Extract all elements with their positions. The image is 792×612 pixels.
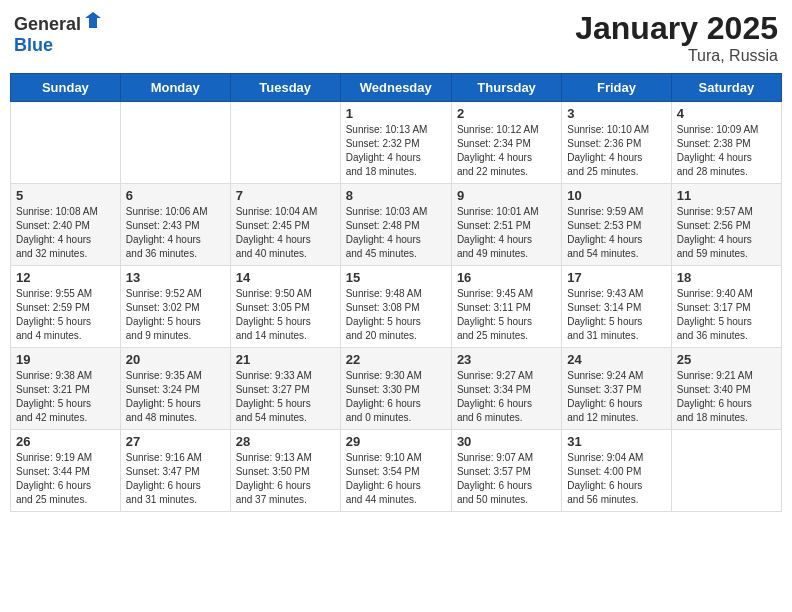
calendar-cell: 5Sunrise: 10:08 AM Sunset: 2:40 PM Dayli…	[11, 184, 121, 266]
weekday-header-saturday: Saturday	[671, 74, 781, 102]
calendar-cell: 22Sunrise: 9:30 AM Sunset: 3:30 PM Dayli…	[340, 348, 451, 430]
calendar-cell: 14Sunrise: 9:50 AM Sunset: 3:05 PM Dayli…	[230, 266, 340, 348]
day-info: Sunrise: 10:01 AM Sunset: 2:51 PM Daylig…	[457, 205, 556, 261]
day-number: 11	[677, 188, 776, 203]
day-number: 16	[457, 270, 556, 285]
logo-text: General Blue	[14, 10, 103, 56]
weekday-header-friday: Friday	[562, 74, 671, 102]
day-info: Sunrise: 9:52 AM Sunset: 3:02 PM Dayligh…	[126, 287, 225, 343]
day-number: 23	[457, 352, 556, 367]
day-number: 24	[567, 352, 665, 367]
weekday-header-thursday: Thursday	[451, 74, 561, 102]
day-info: Sunrise: 9:13 AM Sunset: 3:50 PM Dayligh…	[236, 451, 335, 507]
calendar-cell: 4Sunrise: 10:09 AM Sunset: 2:38 PM Dayli…	[671, 102, 781, 184]
day-info: Sunrise: 10:12 AM Sunset: 2:34 PM Daylig…	[457, 123, 556, 179]
day-number: 17	[567, 270, 665, 285]
day-info: Sunrise: 9:59 AM Sunset: 2:53 PM Dayligh…	[567, 205, 665, 261]
day-info: Sunrise: 9:27 AM Sunset: 3:34 PM Dayligh…	[457, 369, 556, 425]
day-number: 8	[346, 188, 446, 203]
calendar-cell: 1Sunrise: 10:13 AM Sunset: 2:32 PM Dayli…	[340, 102, 451, 184]
calendar-cell: 7Sunrise: 10:04 AM Sunset: 2:45 PM Dayli…	[230, 184, 340, 266]
calendar-cell: 15Sunrise: 9:48 AM Sunset: 3:08 PM Dayli…	[340, 266, 451, 348]
day-info: Sunrise: 9:33 AM Sunset: 3:27 PM Dayligh…	[236, 369, 335, 425]
calendar-cell: 30Sunrise: 9:07 AM Sunset: 3:57 PM Dayli…	[451, 430, 561, 512]
calendar-cell: 27Sunrise: 9:16 AM Sunset: 3:47 PM Dayli…	[120, 430, 230, 512]
day-number: 7	[236, 188, 335, 203]
day-number: 14	[236, 270, 335, 285]
calendar-cell	[230, 102, 340, 184]
logo-general: General	[14, 14, 81, 34]
day-info: Sunrise: 9:55 AM Sunset: 2:59 PM Dayligh…	[16, 287, 115, 343]
calendar-cell: 28Sunrise: 9:13 AM Sunset: 3:50 PM Dayli…	[230, 430, 340, 512]
calendar-week-row: 12Sunrise: 9:55 AM Sunset: 2:59 PM Dayli…	[11, 266, 782, 348]
calendar-week-row: 19Sunrise: 9:38 AM Sunset: 3:21 PM Dayli…	[11, 348, 782, 430]
day-number: 30	[457, 434, 556, 449]
day-info: Sunrise: 9:30 AM Sunset: 3:30 PM Dayligh…	[346, 369, 446, 425]
calendar-week-row: 1Sunrise: 10:13 AM Sunset: 2:32 PM Dayli…	[11, 102, 782, 184]
calendar-cell: 9Sunrise: 10:01 AM Sunset: 2:51 PM Dayli…	[451, 184, 561, 266]
day-info: Sunrise: 10:06 AM Sunset: 2:43 PM Daylig…	[126, 205, 225, 261]
day-number: 26	[16, 434, 115, 449]
weekday-header-wednesday: Wednesday	[340, 74, 451, 102]
day-number: 6	[126, 188, 225, 203]
calendar-cell: 18Sunrise: 9:40 AM Sunset: 3:17 PM Dayli…	[671, 266, 781, 348]
calendar-cell: 21Sunrise: 9:33 AM Sunset: 3:27 PM Dayli…	[230, 348, 340, 430]
page-header: General Blue January 2025 Tura, Russia	[10, 10, 782, 65]
day-info: Sunrise: 9:43 AM Sunset: 3:14 PM Dayligh…	[567, 287, 665, 343]
day-info: Sunrise: 9:45 AM Sunset: 3:11 PM Dayligh…	[457, 287, 556, 343]
calendar-cell: 6Sunrise: 10:06 AM Sunset: 2:43 PM Dayli…	[120, 184, 230, 266]
calendar-cell: 11Sunrise: 9:57 AM Sunset: 2:56 PM Dayli…	[671, 184, 781, 266]
day-number: 3	[567, 106, 665, 121]
calendar-cell: 24Sunrise: 9:24 AM Sunset: 3:37 PM Dayli…	[562, 348, 671, 430]
calendar-cell	[11, 102, 121, 184]
day-number: 4	[677, 106, 776, 121]
logo-flag-icon	[83, 10, 103, 30]
day-number: 2	[457, 106, 556, 121]
svg-marker-0	[85, 12, 101, 28]
day-info: Sunrise: 10:09 AM Sunset: 2:38 PM Daylig…	[677, 123, 776, 179]
calendar-week-row: 5Sunrise: 10:08 AM Sunset: 2:40 PM Dayli…	[11, 184, 782, 266]
calendar-cell: 31Sunrise: 9:04 AM Sunset: 4:00 PM Dayli…	[562, 430, 671, 512]
calendar-cell: 20Sunrise: 9:35 AM Sunset: 3:24 PM Dayli…	[120, 348, 230, 430]
day-info: Sunrise: 9:40 AM Sunset: 3:17 PM Dayligh…	[677, 287, 776, 343]
calendar-cell: 19Sunrise: 9:38 AM Sunset: 3:21 PM Dayli…	[11, 348, 121, 430]
day-number: 19	[16, 352, 115, 367]
day-number: 21	[236, 352, 335, 367]
day-info: Sunrise: 9:04 AM Sunset: 4:00 PM Dayligh…	[567, 451, 665, 507]
weekday-header-sunday: Sunday	[11, 74, 121, 102]
day-number: 10	[567, 188, 665, 203]
day-info: Sunrise: 9:24 AM Sunset: 3:37 PM Dayligh…	[567, 369, 665, 425]
day-info: Sunrise: 9:57 AM Sunset: 2:56 PM Dayligh…	[677, 205, 776, 261]
day-info: Sunrise: 9:38 AM Sunset: 3:21 PM Dayligh…	[16, 369, 115, 425]
day-number: 29	[346, 434, 446, 449]
title-block: January 2025 Tura, Russia	[575, 10, 778, 65]
day-info: Sunrise: 9:35 AM Sunset: 3:24 PM Dayligh…	[126, 369, 225, 425]
calendar-cell: 8Sunrise: 10:03 AM Sunset: 2:48 PM Dayli…	[340, 184, 451, 266]
calendar-table: SundayMondayTuesdayWednesdayThursdayFrid…	[10, 73, 782, 512]
day-number: 5	[16, 188, 115, 203]
calendar-cell: 10Sunrise: 9:59 AM Sunset: 2:53 PM Dayli…	[562, 184, 671, 266]
day-info: Sunrise: 10:08 AM Sunset: 2:40 PM Daylig…	[16, 205, 115, 261]
day-info: Sunrise: 9:16 AM Sunset: 3:47 PM Dayligh…	[126, 451, 225, 507]
day-number: 12	[16, 270, 115, 285]
calendar-cell: 2Sunrise: 10:12 AM Sunset: 2:34 PM Dayli…	[451, 102, 561, 184]
day-number: 28	[236, 434, 335, 449]
calendar-cell	[671, 430, 781, 512]
calendar-cell: 12Sunrise: 9:55 AM Sunset: 2:59 PM Dayli…	[11, 266, 121, 348]
day-number: 27	[126, 434, 225, 449]
day-number: 25	[677, 352, 776, 367]
day-info: Sunrise: 9:07 AM Sunset: 3:57 PM Dayligh…	[457, 451, 556, 507]
location-label: Tura, Russia	[575, 47, 778, 65]
day-number: 15	[346, 270, 446, 285]
day-number: 31	[567, 434, 665, 449]
day-info: Sunrise: 10:04 AM Sunset: 2:45 PM Daylig…	[236, 205, 335, 261]
day-number: 20	[126, 352, 225, 367]
logo: General Blue	[14, 10, 103, 56]
calendar-cell: 23Sunrise: 9:27 AM Sunset: 3:34 PM Dayli…	[451, 348, 561, 430]
day-number: 13	[126, 270, 225, 285]
calendar-cell: 13Sunrise: 9:52 AM Sunset: 3:02 PM Dayli…	[120, 266, 230, 348]
logo-blue: Blue	[14, 35, 53, 55]
weekday-header-tuesday: Tuesday	[230, 74, 340, 102]
calendar-cell: 16Sunrise: 9:45 AM Sunset: 3:11 PM Dayli…	[451, 266, 561, 348]
day-number: 1	[346, 106, 446, 121]
